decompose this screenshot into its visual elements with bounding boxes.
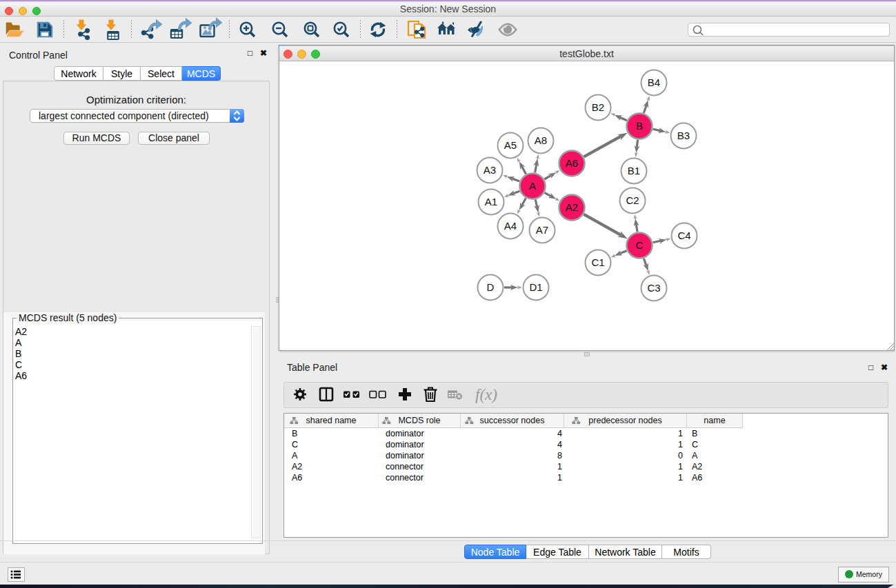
svg-text:A8: A8 <box>535 134 547 146</box>
svg-text:D1: D1 <box>529 281 542 293</box>
svg-text:B1: B1 <box>628 165 640 176</box>
svg-text:A5: A5 <box>504 139 517 151</box>
svg-text:C1: C1 <box>591 256 604 268</box>
svg-text:A7: A7 <box>536 224 548 236</box>
svg-text:A4: A4 <box>504 220 517 232</box>
svg-text:C4: C4 <box>677 230 690 241</box>
svg-text:A1: A1 <box>485 196 497 207</box>
svg-text:B4: B4 <box>648 77 660 88</box>
svg-text:C: C <box>636 239 644 251</box>
svg-text:C2: C2 <box>626 194 639 206</box>
svg-text:D: D <box>487 281 495 293</box>
svg-text:f(x): f(x) <box>475 386 497 403</box>
svg-text:B2: B2 <box>592 101 604 113</box>
svg-text:A: A <box>529 180 536 192</box>
svg-text:B3: B3 <box>677 130 690 141</box>
svg-text:B: B <box>636 120 643 132</box>
svg-text:A3: A3 <box>484 164 496 176</box>
svg-text:C3: C3 <box>647 282 660 294</box>
svg-text:A6: A6 <box>566 157 578 169</box>
svg-text:A2: A2 <box>566 201 578 213</box>
